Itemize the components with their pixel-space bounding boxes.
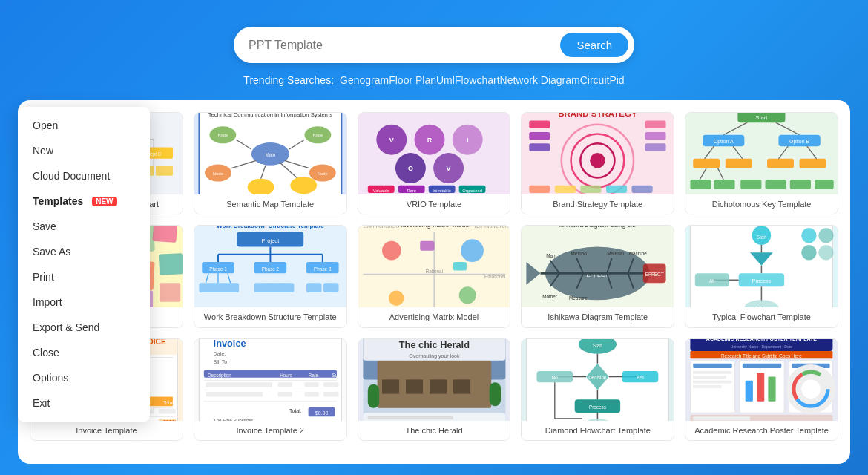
- svg-text:Invoice: Invoice: [213, 339, 246, 349]
- template-card-adv-matrix[interactable]: Advertising Matrix Model High Involvemen…: [358, 225, 511, 327]
- svg-text:Total: Total: [163, 400, 173, 405]
- svg-text:Alt: Alt: [709, 278, 715, 284]
- svg-text:I: I: [467, 137, 468, 144]
- svg-rect-94: [693, 158, 720, 168]
- template-name-diamond-flow: Diamond Flowchart Template: [522, 421, 674, 440]
- template-card-herald[interactable]: The chic Herald Overhauling your look Th…: [358, 338, 511, 441]
- trending-item-floor plan[interactable]: Floor Plan: [389, 74, 436, 86]
- svg-text:Research Title and Subtitle Go: Research Title and Subtitle Goes Here: [721, 353, 802, 358]
- menu-item-export-&-send[interactable]: Export & Send: [18, 315, 150, 340]
- svg-text:V: V: [389, 137, 393, 144]
- svg-text:Start: Start: [593, 343, 603, 348]
- svg-rect-155: [420, 241, 434, 251]
- template-name-ishikawa: Ishikawa Diagram Template: [522, 307, 674, 327]
- template-card-diamond-flow[interactable]: Start Decision No Yes Process End Diamon…: [521, 338, 674, 441]
- svg-text:Phase 2: Phase 2: [261, 266, 279, 271]
- svg-rect-242: [277, 392, 292, 396]
- trending-item-genogram[interactable]: Genogram: [340, 74, 389, 86]
- svg-rect-305: [769, 377, 776, 402]
- menu-item-print[interactable]: Print: [18, 264, 150, 289]
- search-input[interactable]: [249, 39, 560, 52]
- menu-item-import[interactable]: Import: [18, 289, 150, 315]
- trending-item-pid[interactable]: Pid: [609, 74, 624, 86]
- svg-rect-259: [367, 384, 378, 408]
- svg-rect-156: [453, 262, 467, 271]
- template-name-vrio: VRIO Template: [358, 194, 510, 214]
- svg-text:Work Breakdown Structure Templ: Work Breakdown Structure Template: [217, 226, 324, 229]
- svg-point-198: [818, 228, 833, 243]
- new-badge: NEW: [92, 197, 116, 206]
- template-thumbnail-diamond-flow: Start Decision No Yes Process End: [522, 339, 674, 421]
- dropdown-menu: OpenNewCloud DocumentTemplatesNEWSaveSav…: [18, 107, 150, 422]
- svg-text:End: End: [757, 306, 766, 307]
- template-grid: Hotel Organizational Chart CEO Dept A De…: [30, 112, 838, 441]
- svg-text:Inimitable: Inimitable: [433, 188, 451, 192]
- svg-rect-100: [691, 180, 711, 189]
- svg-text:Node: Node: [217, 133, 228, 137]
- menu-item-exit[interactable]: Exit: [18, 390, 150, 416]
- svg-text:ACADEMIC RESEARCH POSTER TEMPL: ACADEMIC RESEARCH POSTER TEMPLATE: [706, 339, 817, 342]
- svg-text:Phase 1: Phase 1: [209, 266, 227, 271]
- svg-text:Mother: Mother: [543, 294, 559, 299]
- search-bar: Search: [234, 27, 634, 63]
- template-card-poster[interactable]: ACADEMIC RESEARCH POSTER TEMPLATE Univer…: [685, 338, 838, 441]
- svg-rect-78: [581, 185, 602, 192]
- svg-text:Process: Process: [589, 404, 606, 410]
- template-thumbnail-adv-matrix: Advertising Matrix Model High Involvemen…: [358, 226, 510, 307]
- template-card-flowchart[interactable]: Start Process Alt End Typical Flowchart …: [685, 225, 838, 327]
- svg-text:Yes: Yes: [637, 376, 644, 381]
- template-thumbnail-flowchart: Start Process Alt End: [685, 226, 838, 307]
- menu-item-options[interactable]: Options: [18, 365, 150, 390]
- svg-rect-244: [323, 392, 338, 396]
- svg-point-154: [458, 286, 476, 304]
- svg-text:Option A: Option A: [714, 139, 734, 145]
- svg-rect-255: [382, 380, 399, 394]
- svg-rect-300: [693, 381, 731, 384]
- template-card-wbs[interactable]: Work Breakdown Structure Template Projec…: [194, 225, 347, 327]
- svg-rect-73: [645, 120, 666, 128]
- svg-text:The Fine Publisher: The Fine Publisher: [213, 418, 253, 420]
- svg-text:R: R: [427, 137, 432, 144]
- trending-item-circuit[interactable]: Circuit: [580, 74, 610, 86]
- trending-item-flowchart[interactable]: Flowchart: [455, 74, 500, 86]
- template-card-invoice2[interactable]: Invoice Date: Bill To: Description Hours…: [194, 338, 347, 441]
- svg-rect-74: [645, 132, 666, 140]
- template-card-vrio[interactable]: V R I O V Valuable Rare Inimitable Organ…: [358, 112, 511, 214]
- svg-text:Material: Material: [608, 251, 625, 256]
- template-thumbnail-brand-strategy: BRAND STRATEGY: [522, 113, 674, 194]
- template-card-ishikawa[interactable]: Ishikawa Diagram Using 6M EFFECT Man: [521, 225, 674, 327]
- template-name-dichotomous: Dichotomous Key Template: [685, 194, 838, 214]
- svg-rect-118: [160, 283, 180, 302]
- svg-rect-297: [693, 364, 731, 368]
- trending-item-network diagram[interactable]: Network Diagram: [500, 74, 580, 86]
- svg-text:Date:: Date:: [213, 352, 226, 357]
- template-name-invoice1: Invoice Template: [30, 421, 183, 440]
- svg-text:Option B: Option B: [789, 139, 810, 145]
- template-thumbnail-herald: The chic Herald Overhauling your look: [358, 339, 510, 421]
- svg-text:Method: Method: [571, 251, 588, 256]
- template-card-brand-strategy[interactable]: BRAND STRATEGY Brand Strategy Template: [521, 112, 674, 214]
- template-thumbnail-ishikawa: Ishikawa Diagram Using 6M EFFECT Man: [522, 226, 674, 307]
- svg-text:Organized: Organized: [462, 188, 482, 192]
- svg-text:Technical Communication in Inf: Technical Communication in Information S…: [208, 113, 332, 118]
- svg-text:Rare: Rare: [407, 188, 415, 192]
- template-thumbnail-invoice2: Invoice Date: Bill To: Description Hours…: [194, 339, 346, 421]
- svg-text:Start: Start: [757, 235, 767, 240]
- svg-text:Measure: Measure: [569, 295, 588, 301]
- menu-item-open[interactable]: Open: [18, 113, 150, 138]
- menu-item-cloud-document[interactable]: Cloud Document: [18, 163, 150, 189]
- svg-rect-105: [815, 180, 834, 189]
- template-card-semantic-map[interactable]: Technical Communication in Information S…: [194, 112, 347, 214]
- menu-item-templates[interactable]: TemplatesNEW: [18, 189, 150, 214]
- search-button[interactable]: Search: [560, 33, 628, 57]
- trending-item-uml[interactable]: Uml: [436, 74, 455, 86]
- menu-item-save[interactable]: Save: [18, 214, 150, 239]
- menu-item-new[interactable]: New: [18, 138, 150, 163]
- svg-text:TOTAL: TOTAL: [163, 419, 177, 420]
- menu-item-save-as[interactable]: Save As: [18, 239, 150, 264]
- menu-item-close[interactable]: Close: [18, 340, 150, 365]
- template-card-dichotomous[interactable]: Start Option A Option B: [685, 112, 838, 214]
- svg-rect-238: [304, 382, 318, 387]
- svg-text:University Name | Department |: University Name | Department | Date: [731, 344, 792, 349]
- svg-text:BRAND STRATEGY: BRAND STRATEGY: [559, 113, 638, 118]
